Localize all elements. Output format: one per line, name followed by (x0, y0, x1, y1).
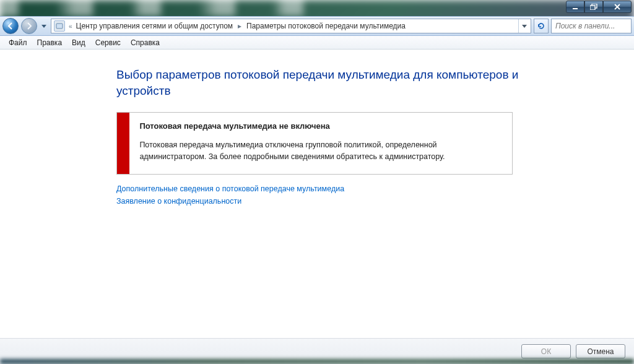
links-group: Дополнительные сведения о потоковой пере… (116, 184, 609, 206)
search-placeholder: Поиск в панели... (555, 22, 615, 30)
alert-box: Потоковая передача мультимедиа не включе… (116, 112, 513, 175)
alert-body: Потоковая передача мультимедиа не включе… (129, 113, 512, 174)
page-title: Выбор параметров потоковой передачи муль… (116, 67, 525, 98)
breadcrumb-segment-1[interactable]: Центр управления сетями и общим доступом (76, 22, 233, 30)
menu-bar: Файл Правка Вид Сервис Справка (0, 36, 634, 50)
alert-stripe (117, 113, 129, 174)
control-panel-icon (54, 20, 65, 32)
svg-rect-3 (56, 24, 63, 28)
explorer-window: « Центр управления сетями и общим доступ… (0, 0, 634, 364)
search-input[interactable]: Поиск в панели... (551, 19, 632, 33)
refresh-button[interactable] (534, 19, 549, 33)
forward-button[interactable] (21, 18, 37, 34)
address-bar[interactable]: « Центр управления сетями и общим доступ… (51, 19, 531, 33)
alert-text: Потоковая передача мультимедиа отключена… (139, 139, 502, 163)
close-button[interactable] (603, 1, 632, 13)
menu-help[interactable]: Справка (126, 37, 165, 48)
desktop-bottom-blur (0, 359, 634, 364)
ok-button[interactable]: ОК (521, 344, 571, 358)
window-control-group (566, 1, 632, 14)
address-dropdown-button[interactable] (518, 19, 529, 33)
back-button[interactable] (2, 18, 19, 34)
navigation-bar: « Центр управления сетями и общим доступ… (0, 16, 634, 36)
minimize-button[interactable] (566, 1, 584, 13)
breadcrumb-separator-icon: ▸ (237, 22, 243, 30)
menu-file[interactable]: Файл (4, 37, 32, 48)
svg-rect-0 (573, 8, 578, 9)
menu-view[interactable]: Вид (67, 37, 90, 48)
titlebar (0, 0, 634, 16)
menu-edit[interactable]: Правка (32, 37, 67, 48)
link-privacy[interactable]: Заявление о конфиденциальности (116, 197, 609, 206)
restore-button[interactable] (584, 1, 603, 13)
alert-heading: Потоковая передача мультимедиа не включе… (139, 121, 502, 131)
svg-rect-2 (590, 6, 595, 10)
content-area: Выбор параметров потоковой передачи муль… (0, 50, 634, 364)
cancel-button[interactable]: Отмена (576, 344, 625, 358)
menu-tools[interactable]: Сервис (90, 37, 126, 48)
link-more-info[interactable]: Дополнительные сведения о потоковой пере… (116, 184, 609, 193)
nav-history-dropdown[interactable] (40, 20, 48, 32)
breadcrumb-prefix-chevrons: « (69, 23, 72, 30)
breadcrumb-segment-2[interactable]: Параметры потоковой передачи мультимедиа (246, 22, 406, 30)
